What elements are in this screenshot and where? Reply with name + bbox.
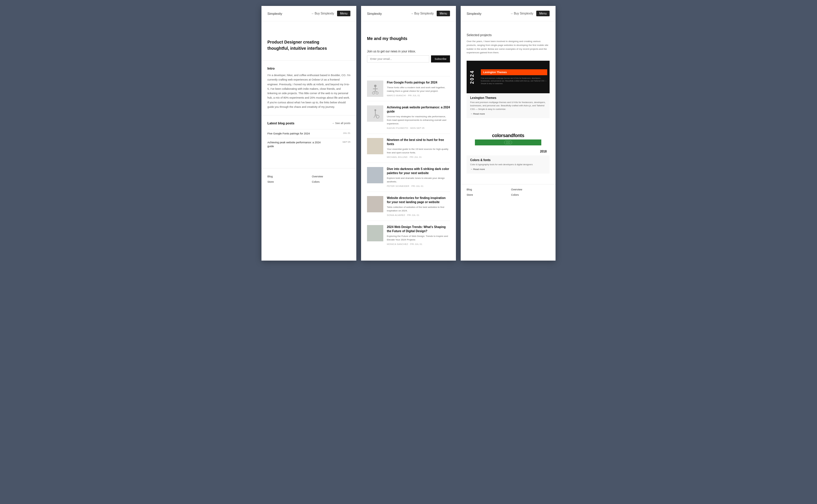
- see-all-link[interactable]: → See all posts: [332, 122, 350, 125]
- post-item-5[interactable]: Website directories for finding inspirat…: [367, 192, 450, 221]
- post-content-1: Five Google Fonts pairings for 2024 Thes…: [387, 81, 450, 97]
- nav-panel1: Simplexity → Buy Simplexity Menu: [262, 6, 356, 21]
- hero-panel1: Product Designer creating thoughtful, in…: [262, 21, 356, 60]
- posts-list: Five Google Fonts pairings for 2024 Thes…: [361, 76, 456, 250]
- post-item-6[interactable]: 2024 Web Design Trends: What's Shaping t…: [367, 221, 450, 250]
- lexington-desc: Free and premium multipage themes and UI…: [470, 101, 546, 111]
- post-item-1[interactable]: Five Google Fonts pairings for 2024 Thes…: [367, 76, 450, 101]
- p3-footer-store[interactable]: Store: [467, 193, 505, 197]
- svg-point-3: [372, 92, 375, 94]
- colorsandfonts-link[interactable]: → Read more: [470, 168, 546, 171]
- post-meta-6: MONICA SANCHEZ · FRI JUL 01: [387, 243, 450, 245]
- logo-panel1: Simplexity: [268, 12, 282, 15]
- footer-item-overview[interactable]: Overview: [312, 174, 350, 179]
- panel-home: Simplexity → Buy Simplexity Menu Product…: [262, 6, 356, 261]
- post-item-2[interactable]: Achieving peak website performance: a 20…: [367, 101, 450, 134]
- post-excerpt-1: These fonts offer a modern look and work…: [387, 86, 450, 93]
- blog-item-1[interactable]: Five Google Fonts pairings for 2024 JUL …: [268, 129, 350, 138]
- lexington-bg: 2024 Lexington Themes Free and premium m…: [467, 61, 549, 93]
- post-image-6: [367, 225, 383, 241]
- projects-description: Over the years, I have been involved in …: [467, 40, 549, 55]
- svg-point-15: [508, 141, 512, 144]
- svg-point-13: [504, 141, 508, 144]
- blog-item-date-1: JUL 01: [343, 132, 350, 134]
- post-excerpt-5: Tahis collection of websites of the best…: [387, 206, 450, 213]
- logo-panel2: Simplexity: [367, 12, 382, 15]
- blog-header: Latest blog posts → See all posts: [268, 121, 350, 125]
- post-item-4[interactable]: Dive into darkness with 5 striking dark …: [367, 163, 450, 192]
- subscribe-email-input[interactable]: [367, 55, 429, 62]
- menu-button-panel1[interactable]: Menu: [337, 11, 350, 16]
- footer-item-blog[interactable]: Blog: [268, 174, 306, 179]
- menu-button-panel2[interactable]: Menu: [437, 11, 450, 16]
- nav-right-panel1: → Buy Simplexity Menu: [311, 11, 350, 16]
- project-thumb-lexington: 2024 Lexington Themes Free and premium m…: [467, 61, 549, 93]
- section-title: Selected projects: [467, 33, 549, 37]
- post-image-3: [367, 138, 383, 154]
- subscribe-text: Join us to get our news in your inbox.: [367, 50, 450, 53]
- blog-hero: Me and my thoughts Join us to get our ne…: [361, 21, 456, 76]
- subscribe-section: Join us to get our news in your inbox. S…: [367, 50, 450, 62]
- colorsandfonts-bg: colorsandfonts 2018: [467, 123, 549, 155]
- post-content-6: 2024 Web Design Trends: What's Shaping t…: [387, 225, 450, 245]
- svg-point-0: [374, 85, 377, 87]
- buy-link-panel1[interactable]: → Buy Simplexity: [311, 12, 334, 15]
- intro-text: I'm a developer, hiker, and coffee enthu…: [268, 73, 350, 109]
- colorsandfonts-title-text: colorsandfonts: [492, 133, 524, 138]
- svg-line-6: [375, 91, 377, 92]
- footer-item-store[interactable]: Store: [268, 180, 306, 184]
- project-card-colorsandfonts[interactable]: colorsandfonts 2018 Colors & fonts: [467, 123, 549, 174]
- post-title-2: Achieving peak website performance: a 20…: [387, 105, 450, 114]
- footer-panel1: Blog Overview Store Colors: [262, 168, 356, 190]
- post-item-3[interactable]: Nineteen of the best sind to hunt for fr…: [367, 134, 450, 163]
- nav-right-panel3: → Buy Simplexity Menu: [510, 11, 549, 16]
- colorsandfonts-name: Colors & fonts: [470, 158, 546, 162]
- blog-item-title-1: Five Google Fonts pairings for 2024: [268, 132, 310, 136]
- blog-item-2[interactable]: Achieving peak website performance: a 20…: [268, 138, 350, 150]
- p3-footer-blog[interactable]: Blog: [467, 187, 505, 192]
- blog-section: Latest blog posts → See all posts Five G…: [262, 115, 356, 156]
- buy-link-panel3[interactable]: → Buy Simplexity: [510, 12, 533, 15]
- lexington-sub-text: Free and premium multipage themes and UI…: [481, 77, 547, 85]
- post-content-4: Dive into darkness with 5 striking dark …: [387, 167, 450, 187]
- post-meta-5: SONIA ALVAREZ · FRI JUL 01: [387, 214, 450, 216]
- svg-point-7: [374, 109, 376, 111]
- svg-point-14: [506, 141, 510, 144]
- panel-projects: Simplexity → Buy Simplexity Menu Selecte…: [461, 6, 555, 261]
- post-content-2: Achieving peak website performance: a 20…: [387, 105, 450, 129]
- post-image-2: [367, 105, 383, 122]
- nav-panel2: Simplexity → Buy Simplexity Menu: [361, 6, 456, 21]
- post-meta-1: MARCO BIANCHI · FRI JUL 01: [387, 94, 450, 97]
- nav-right-panel2: → Buy Simplexity Menu: [411, 11, 450, 16]
- post-image-4: [367, 167, 383, 183]
- post-content-5: Website directories for finding inspirat…: [387, 196, 450, 216]
- footer-panel3: Blog Overview Store Colors: [461, 184, 555, 200]
- post-meta-2: KAZUKI FUJIMOTO · MON SEP 05: [387, 127, 450, 129]
- colorsandfonts-year-text: 2018: [540, 150, 547, 153]
- project-card-lexington[interactable]: 2024 Lexington Themes Free and premium m…: [467, 61, 549, 118]
- colorsandfonts-green-bar: [475, 139, 541, 145]
- lexington-badge: Lexington Themes: [481, 69, 547, 75]
- post-image-5: [367, 196, 383, 212]
- panel-blog: Simplexity → Buy Simplexity Menu Me and …: [361, 6, 456, 261]
- post-title-5: Website directories for finding inspirat…: [387, 196, 450, 204]
- post-title-6: 2024 Web Design Trends: What's Shaping t…: [387, 225, 450, 233]
- svg-line-5: [374, 91, 375, 92]
- hero-heading: Product Designer creating thoughtful, in…: [268, 39, 333, 52]
- post-excerpt-6: Exploring the Future of Web Design: Tren…: [387, 235, 450, 242]
- buy-link-panel2[interactable]: → Buy Simplexity: [411, 12, 434, 15]
- menu-button-panel3[interactable]: Menu: [536, 11, 549, 16]
- footer-item-colors[interactable]: Colors: [312, 180, 350, 184]
- lexington-link[interactable]: → Read more: [470, 113, 546, 115]
- p3-footer-overview[interactable]: Overview: [511, 187, 549, 192]
- subscribe-button[interactable]: Subscribe: [431, 55, 450, 62]
- post-meta-3: MICHAEL EKLUND · FRI JUL 01: [387, 156, 450, 158]
- lexington-info: Lexington Themes Free and premium multip…: [467, 93, 549, 118]
- p3-footer-colors[interactable]: Colors: [511, 193, 549, 197]
- svg-line-9: [374, 115, 375, 118]
- post-excerpt-3: Your essential guide to the 19 best sour…: [387, 147, 450, 155]
- intro-label: Intro: [268, 67, 350, 70]
- svg-point-4: [376, 92, 378, 94]
- projects-hero: Selected projects Over the years, I have…: [461, 21, 555, 184]
- post-excerpt-4: Explore bold and dramatic tones to eleva…: [387, 176, 450, 184]
